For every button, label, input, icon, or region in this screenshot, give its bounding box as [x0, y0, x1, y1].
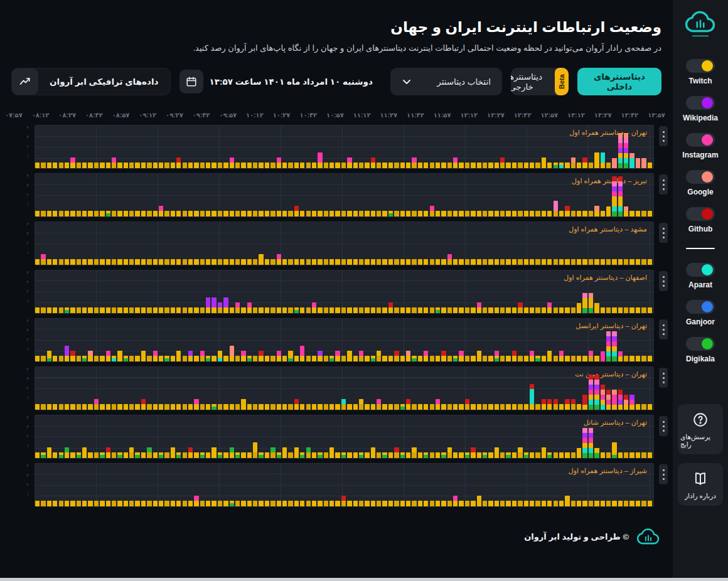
y-axis-ticks: ۴۳۲۱۰ — [23, 415, 29, 458]
status-bar — [194, 501, 198, 506]
status-stack-segment — [582, 405, 587, 410]
bottom-scrollbar-track[interactable] — [0, 578, 728, 581]
status-spike — [582, 157, 587, 163]
status-bar — [618, 452, 623, 458]
status-bar — [59, 452, 63, 458]
status-spike — [547, 399, 552, 404]
status-bar — [77, 501, 81, 506]
status-bar — [171, 211, 175, 216]
status-stack-segment — [618, 196, 623, 206]
status-bar — [82, 501, 87, 506]
status-bar — [230, 211, 234, 216]
status-bar — [424, 163, 428, 168]
status-bar — [465, 404, 469, 410]
status-bar — [218, 501, 222, 506]
status-bar — [235, 404, 240, 410]
status-bar — [353, 163, 358, 168]
time-tick: ۱۳:۵۷ — [648, 112, 665, 119]
row-menu-button[interactable] — [659, 464, 668, 484]
status-stack-segment — [606, 331, 611, 336]
service-toggle-digikala[interactable] — [686, 337, 715, 351]
status-bar — [265, 452, 269, 458]
status-chart: تهران – دیتاسنتر شاتل — [35, 415, 654, 459]
service-toggle-twitch[interactable] — [686, 59, 715, 73]
status-bar — [77, 307, 81, 313]
row-menu-button[interactable] — [659, 368, 668, 388]
status-bar — [47, 163, 51, 168]
status-bar — [512, 356, 517, 361]
status-bar — [35, 211, 40, 216]
status-stack-segment — [577, 448, 581, 458]
faq-button[interactable]: پرسش‌های رایج — [678, 404, 723, 454]
status-bar — [270, 163, 275, 168]
row-menu-button[interactable] — [659, 271, 668, 291]
about-radar-button[interactable]: درباره رادار — [678, 463, 723, 506]
status-bar — [447, 307, 452, 313]
y-axis-ticks: ۴۳۲۱۰ — [23, 174, 29, 216]
tab-internal-datacenters[interactable]: دیتاسنترهای داخلی — [577, 68, 661, 95]
row-menu-button[interactable] — [659, 126, 668, 146]
status-bar — [318, 307, 322, 313]
status-bar — [147, 356, 151, 361]
status-bar — [159, 259, 163, 265]
status-spike — [112, 157, 116, 163]
status-bar — [53, 259, 57, 265]
status-spike — [335, 351, 340, 356]
status-bar — [135, 163, 139, 168]
status-stack-segment — [612, 176, 616, 181]
row-menu-button[interactable] — [659, 319, 668, 339]
datacenter-select[interactable]: انتخاب دیتاسنتر — [390, 68, 502, 95]
status-bar — [359, 211, 363, 216]
status-bar — [571, 356, 575, 361]
service-toggle-instagram[interactable] — [686, 133, 715, 147]
status-bar — [441, 452, 446, 458]
status-bar — [424, 307, 428, 313]
status-bar — [300, 259, 304, 265]
status-spike — [277, 351, 281, 356]
status-spike — [141, 351, 146, 356]
status-bar — [282, 307, 287, 313]
status-bar — [282, 259, 287, 265]
status-bar — [382, 307, 387, 313]
status-bar — [535, 211, 540, 216]
status-spike — [571, 399, 575, 404]
status-bar — [206, 307, 210, 313]
status-bar — [459, 404, 463, 410]
status-bar — [183, 404, 187, 410]
arvan-logo-icon[interactable] — [683, 8, 718, 43]
row-menu-button[interactable] — [659, 223, 668, 243]
status-spike — [206, 297, 210, 307]
status-bar — [495, 356, 499, 361]
status-bar — [618, 307, 623, 313]
status-bar — [218, 356, 222, 361]
status-bar — [577, 356, 581, 361]
status-bar — [265, 259, 269, 265]
status-spike — [465, 399, 469, 404]
status-bar — [441, 211, 446, 216]
service-toggle-wikipedia[interactable] — [686, 96, 715, 110]
service-toggle-google[interactable] — [686, 170, 715, 184]
status-bar — [223, 307, 228, 313]
row-menu-button[interactable] — [659, 174, 668, 195]
status-bar — [35, 356, 40, 361]
tab-external-datacenters[interactable]: Beta دیتاسنترهای خارجی — [511, 68, 569, 95]
service-toggle-aparat[interactable] — [686, 263, 715, 277]
status-bar — [218, 452, 222, 458]
status-bar — [41, 501, 45, 506]
status-stack-segment — [589, 395, 593, 400]
status-stack-segment — [594, 400, 599, 405]
service-toggle-ganjoor[interactable] — [686, 300, 715, 314]
service-toggle-github[interactable] — [686, 207, 715, 221]
status-bar — [35, 163, 40, 168]
status-bar — [153, 307, 158, 313]
status-bar — [312, 356, 316, 361]
status-bar — [500, 259, 505, 265]
status-bar — [518, 501, 522, 506]
row-menu-button[interactable] — [659, 416, 668, 436]
status-bar — [565, 452, 569, 458]
status-bar — [483, 163, 487, 168]
status-bar — [582, 163, 587, 168]
traffic-data-button[interactable]: داده‌های ترافیکی ابر آروان — [11, 68, 171, 95]
status-bar — [371, 501, 375, 506]
chart-row-0: ۴۳۲۱۰تهران – دیتاسنتر همراه اول — [0, 125, 673, 169]
